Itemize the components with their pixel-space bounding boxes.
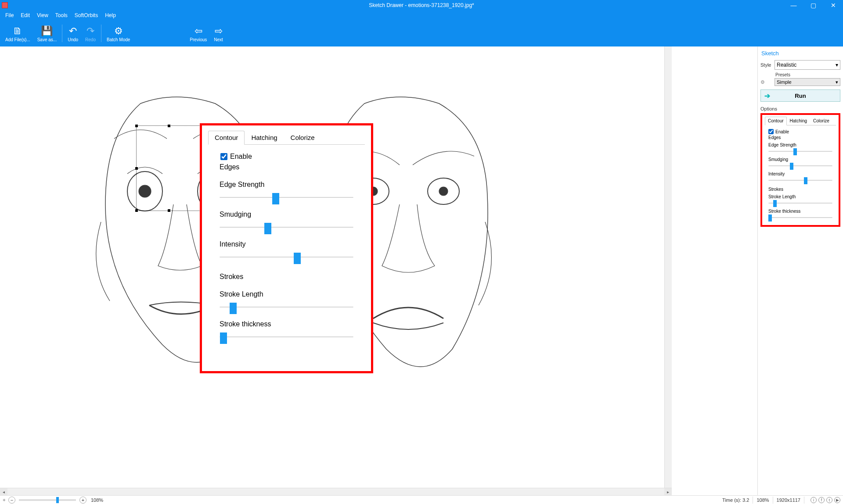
tab-hatching[interactable]: Hatching: [245, 131, 284, 144]
zoom-in-button[interactable]: +: [79, 497, 86, 504]
facebook-icon[interactable]: f: [818, 497, 825, 503]
tab-colorize[interactable]: Colorize: [284, 131, 321, 144]
resize-handle[interactable]: [135, 209, 138, 212]
resize-handle[interactable]: [135, 167, 138, 170]
maximize-button[interactable]: ▢: [803, 0, 823, 11]
save-icon: 💾: [41, 25, 53, 37]
panel-intensity-label: Intensity: [768, 172, 836, 176]
presets-label: Presets: [775, 72, 840, 77]
run-arrow-icon: ➔: [764, 92, 770, 100]
next-button[interactable]: ⇨ Next: [210, 23, 227, 44]
undo-icon: ↶: [69, 25, 77, 37]
edge-strength-label: Edge Strength: [220, 181, 360, 189]
window-title: Sketch Drawer - emotions-371238_1920.jpg…: [369, 2, 474, 8]
panel-smudging-label: Smudging: [768, 157, 836, 162]
panel-enable-row[interactable]: Enable: [768, 129, 836, 134]
app-icon: [2, 2, 8, 8]
style-dropdown[interactable]: Realistic▾: [775, 60, 840, 70]
svg-point-7: [439, 187, 448, 196]
panel-edge-strength-slider[interactable]: [768, 149, 832, 154]
undo-button[interactable]: ↶ Undo: [64, 23, 82, 44]
overlay-tabs: Contour Hatching Colorize: [208, 131, 365, 145]
canvas[interactable]: Contour Hatching Colorize Enable Edges E…: [0, 46, 757, 495]
options-overlay: Contour Hatching Colorize Enable Edges E…: [200, 123, 373, 373]
prev-icon: ⇦: [195, 25, 202, 37]
redo-icon: ↷: [86, 25, 94, 37]
options-label: Options: [760, 106, 840, 111]
panel-tab-hatching[interactable]: Hatching: [787, 117, 810, 125]
panel-intensity-slider[interactable]: [768, 178, 832, 182]
menu-edit[interactable]: Edit: [17, 11, 33, 19]
stroke-length-slider[interactable]: [220, 304, 353, 311]
overlay-body: Enable Edges Edge Strength Smudging Inte…: [208, 153, 365, 340]
youtube-icon[interactable]: ▶: [834, 497, 840, 503]
panel-edge-strength-label: Edge Strength: [768, 143, 836, 147]
twitter-icon[interactable]: t: [826, 497, 832, 503]
chevron-down-icon: ▾: [836, 62, 838, 68]
intensity-slider[interactable]: [220, 254, 353, 261]
vertical-scrollbar[interactable]: [664, 46, 672, 488]
resize-handle[interactable]: [168, 125, 170, 127]
zoom-out-button[interactable]: −: [8, 497, 15, 504]
zoom-slider[interactable]: [19, 499, 76, 501]
panel-smudging-slider[interactable]: [768, 164, 832, 168]
enable-checkbox-row[interactable]: Enable: [220, 153, 360, 161]
enable-checkbox[interactable]: [220, 153, 227, 160]
info-icon[interactable]: i: [811, 497, 817, 503]
presets-dropdown[interactable]: Simple▾: [775, 78, 840, 86]
tab-contour[interactable]: Contour: [208, 131, 245, 145]
resize-handle[interactable]: [168, 209, 170, 212]
window-controls: — ▢ ✕: [784, 0, 843, 11]
panel-tab-contour[interactable]: Contour: [765, 117, 787, 125]
panel-edges-label: Edges: [768, 135, 836, 140]
right-panel: Sketch Style Realistic▾ Presets ⚙ Simple…: [757, 46, 843, 495]
horizontal-scrollbar[interactable]: ◂ ▸: [0, 488, 672, 495]
stroke-length-label: Stroke Length: [220, 290, 360, 298]
panel-stroke-length-slider[interactable]: [768, 201, 832, 205]
selection-rectangle[interactable]: [136, 125, 202, 211]
panel-tab-colorize[interactable]: Colorize: [810, 117, 832, 125]
intensity-label: Intensity: [220, 240, 360, 248]
menu-tools[interactable]: Tools: [52, 11, 71, 19]
main-area: Contour Hatching Colorize Enable Edges E…: [0, 46, 843, 495]
separator: [101, 25, 101, 42]
enable-label: Enable: [230, 153, 252, 161]
zoom-pct: 108%: [91, 497, 103, 503]
panel-stroke-length-label: Stroke Length: [768, 194, 836, 199]
resize-handle[interactable]: [135, 125, 138, 127]
stroke-thickness-slider[interactable]: [220, 333, 353, 340]
redo-button[interactable]: ↷ Redo: [82, 23, 99, 44]
sketch-panel-title: Sketch: [760, 48, 840, 60]
toolbar: 🗎 Add File(s)... 💾 Save as... ↶ Undo ↷ R…: [0, 20, 843, 46]
batch-mode-button[interactable]: ⚙ Batch Mode: [103, 23, 133, 44]
panel-stroke-thickness-slider[interactable]: [768, 215, 832, 220]
menu-help[interactable]: Help: [101, 11, 119, 19]
add-file-icon: 🗎: [13, 25, 22, 37]
separator: [62, 25, 62, 42]
previous-button[interactable]: ⇦ Previous: [186, 23, 210, 44]
style-label: Style: [760, 62, 775, 68]
close-button[interactable]: ✕: [823, 0, 843, 11]
minimize-button[interactable]: —: [784, 0, 803, 11]
edges-section-label: Edges: [220, 163, 360, 171]
style-row: Style Realistic▾: [760, 60, 840, 70]
save-as-button[interactable]: 💾 Save as...: [34, 23, 60, 44]
presets-settings-icon[interactable]: ⚙: [760, 79, 775, 85]
panel-strokes-label: Strokes: [768, 187, 836, 192]
chevron-down-icon: ▾: [836, 79, 838, 85]
status-bar: ⌖ − + 108% Time (s): 3.2 108% 1920x1117 …: [0, 495, 843, 504]
scroll-right-button[interactable]: ▸: [664, 488, 672, 496]
edge-strength-slider[interactable]: [220, 194, 353, 201]
social-icons: i f t ▶: [808, 497, 843, 503]
menu-view[interactable]: View: [33, 11, 52, 19]
panel-enable-checkbox[interactable]: [768, 129, 774, 134]
menu-file[interactable]: File: [2, 11, 17, 19]
status-zoom: 108%: [757, 497, 769, 503]
menu-softorbits[interactable]: SoftOrbits: [71, 11, 101, 19]
add-files-button[interactable]: 🗎 Add File(s)...: [2, 23, 34, 44]
panel-tabs: Contour Hatching Colorize: [765, 117, 836, 125]
scroll-left-button[interactable]: ◂: [0, 488, 7, 496]
options-box: Contour Hatching Colorize Enable Edges E…: [760, 113, 840, 227]
smudging-slider[interactable]: [220, 224, 353, 231]
run-button[interactable]: ➔ Run: [760, 89, 840, 102]
